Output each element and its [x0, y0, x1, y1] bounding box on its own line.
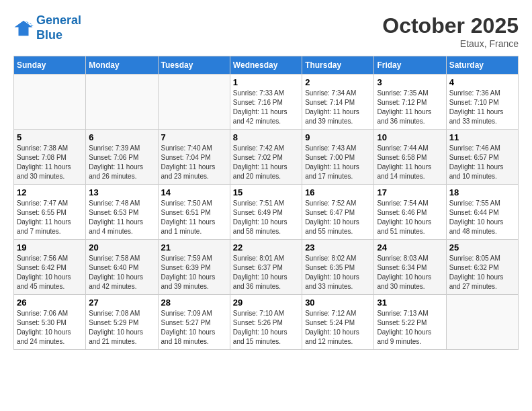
day-info: Sunrise: 7:50 AMSunset: 6:51 PMDaylight:…: [161, 199, 227, 236]
day-number: 7: [161, 132, 227, 142]
calendar-cell: 30Sunrise: 7:12 AMSunset: 5:24 PMDayligh…: [302, 295, 374, 350]
day-info: Sunrise: 7:33 AMSunset: 7:16 PMDaylight:…: [233, 89, 299, 126]
day-info: Sunrise: 7:43 AMSunset: 7:00 PMDaylight:…: [305, 144, 371, 181]
day-info: Sunrise: 7:40 AMSunset: 7:04 PMDaylight:…: [161, 144, 227, 181]
calendar-cell: 16Sunrise: 7:52 AMSunset: 6:47 PMDayligh…: [302, 185, 374, 240]
day-number: 19: [17, 242, 83, 253]
day-info: Sunrise: 7:13 AMSunset: 5:22 PMDaylight:…: [377, 309, 443, 347]
calendar-cell: 24Sunrise: 8:03 AMSunset: 6:34 PMDayligh…: [374, 240, 446, 295]
day-info: Sunrise: 7:54 AMSunset: 6:46 PMDaylight:…: [377, 199, 443, 236]
calendar-week-row: 1Sunrise: 7:33 AMSunset: 7:16 PMDaylight…: [14, 75, 519, 130]
calendar-cell: 20Sunrise: 7:58 AMSunset: 6:40 PMDayligh…: [86, 240, 158, 295]
day-number: 11: [449, 132, 515, 142]
day-info: Sunrise: 7:46 AMSunset: 6:57 PMDaylight:…: [449, 144, 515, 181]
weekday-header: Wednesday: [230, 56, 302, 75]
day-number: 23: [305, 242, 371, 253]
day-number: 21: [161, 242, 227, 253]
day-info: Sunrise: 7:39 AMSunset: 7:06 PMDaylight:…: [89, 144, 154, 181]
day-info: Sunrise: 8:03 AMSunset: 6:34 PMDaylight:…: [377, 254, 443, 291]
calendar-cell: 23Sunrise: 8:02 AMSunset: 6:35 PMDayligh…: [302, 240, 374, 295]
day-number: 14: [161, 187, 227, 197]
calendar-cell: 22Sunrise: 8:01 AMSunset: 6:37 PMDayligh…: [230, 240, 302, 295]
day-number: 30: [305, 298, 371, 308]
day-number: 27: [89, 298, 154, 308]
day-number: 5: [17, 132, 83, 142]
day-number: 25: [449, 242, 515, 253]
weekday-header: Friday: [374, 56, 446, 75]
day-number: 13: [89, 187, 154, 197]
calendar-cell: [14, 75, 86, 130]
calendar-cell: 31Sunrise: 7:13 AMSunset: 5:22 PMDayligh…: [374, 295, 446, 350]
weekday-header: Saturday: [446, 56, 518, 75]
calendar-cell: 26Sunrise: 7:06 AMSunset: 5:30 PMDayligh…: [14, 295, 86, 350]
day-number: 24: [377, 242, 443, 253]
page-header: General Blue October 2025 Etaux, France: [13, 13, 519, 49]
day-number: 16: [305, 187, 371, 197]
day-info: Sunrise: 7:36 AMSunset: 7:10 PMDaylight:…: [449, 89, 515, 126]
calendar-cell: 1Sunrise: 7:33 AMSunset: 7:16 PMDaylight…: [230, 75, 302, 130]
day-number: 29: [233, 298, 299, 308]
calendar-cell: 14Sunrise: 7:50 AMSunset: 6:51 PMDayligh…: [158, 185, 230, 240]
weekday-header: Tuesday: [158, 56, 230, 75]
day-number: 10: [377, 132, 443, 142]
calendar-cell: 27Sunrise: 7:08 AMSunset: 5:29 PMDayligh…: [86, 295, 158, 350]
calendar-cell: 13Sunrise: 7:48 AMSunset: 6:53 PMDayligh…: [86, 185, 158, 240]
logo-icon: [13, 18, 34, 38]
day-info: Sunrise: 7:06 AMSunset: 5:30 PMDaylight:…: [17, 309, 83, 347]
title-block: October 2025 Etaux, France: [382, 13, 519, 49]
calendar-cell: 21Sunrise: 7:59 AMSunset: 6:39 PMDayligh…: [158, 240, 230, 295]
day-number: 26: [17, 298, 83, 308]
day-info: Sunrise: 7:47 AMSunset: 6:55 PMDaylight:…: [17, 199, 83, 236]
day-info: Sunrise: 7:44 AMSunset: 6:58 PMDaylight:…: [377, 144, 443, 181]
calendar-cell: 8Sunrise: 7:42 AMSunset: 7:02 PMDaylight…: [230, 130, 302, 185]
day-number: 1: [233, 77, 299, 87]
day-info: Sunrise: 7:38 AMSunset: 7:08 PMDaylight:…: [17, 144, 83, 181]
day-number: 20: [89, 242, 154, 253]
calendar-cell: 10Sunrise: 7:44 AMSunset: 6:58 PMDayligh…: [374, 130, 446, 185]
calendar-cell: 11Sunrise: 7:46 AMSunset: 6:57 PMDayligh…: [446, 130, 518, 185]
calendar-cell: [158, 75, 230, 130]
calendar-cell: 18Sunrise: 7:55 AMSunset: 6:44 PMDayligh…: [446, 185, 518, 240]
day-number: 15: [233, 187, 299, 197]
calendar-cell: 12Sunrise: 7:47 AMSunset: 6:55 PMDayligh…: [14, 185, 86, 240]
day-info: Sunrise: 7:08 AMSunset: 5:29 PMDaylight:…: [89, 309, 154, 347]
day-number: 31: [377, 298, 443, 308]
day-number: 17: [377, 187, 443, 197]
calendar-cell: 9Sunrise: 7:43 AMSunset: 7:00 PMDaylight…: [302, 130, 374, 185]
calendar-cell: 19Sunrise: 7:56 AMSunset: 6:42 PMDayligh…: [14, 240, 86, 295]
day-number: 9: [305, 132, 371, 142]
location: Etaux, France: [382, 38, 519, 49]
day-info: Sunrise: 7:52 AMSunset: 6:47 PMDaylight:…: [305, 199, 371, 236]
day-info: Sunrise: 7:10 AMSunset: 5:26 PMDaylight:…: [233, 309, 299, 347]
day-number: 8: [233, 132, 299, 142]
logo-blue: Blue: [36, 28, 62, 42]
calendar-cell: [446, 295, 518, 350]
calendar-cell: 7Sunrise: 7:40 AMSunset: 7:04 PMDaylight…: [158, 130, 230, 185]
svg-marker-1: [15, 20, 33, 36]
day-info: Sunrise: 7:48 AMSunset: 6:53 PMDaylight:…: [89, 199, 154, 236]
day-info: Sunrise: 8:05 AMSunset: 6:32 PMDaylight:…: [449, 254, 515, 291]
calendar-table: SundayMondayTuesdayWednesdayThursdayFrid…: [13, 56, 519, 350]
day-number: 3: [377, 77, 443, 87]
calendar-cell: 17Sunrise: 7:54 AMSunset: 6:46 PMDayligh…: [374, 185, 446, 240]
calendar-week-row: 5Sunrise: 7:38 AMSunset: 7:08 PMDaylight…: [14, 130, 519, 185]
day-number: 2: [305, 77, 371, 87]
day-number: 6: [89, 132, 154, 142]
calendar-cell: [86, 75, 158, 130]
calendar-cell: 28Sunrise: 7:09 AMSunset: 5:27 PMDayligh…: [158, 295, 230, 350]
day-info: Sunrise: 7:51 AMSunset: 6:49 PMDaylight:…: [233, 199, 299, 236]
weekday-header: Monday: [86, 56, 158, 75]
day-info: Sunrise: 8:02 AMSunset: 6:35 PMDaylight:…: [305, 254, 371, 291]
weekday-header: Thursday: [302, 56, 374, 75]
month-title: October 2025: [382, 13, 519, 38]
calendar-week-row: 12Sunrise: 7:47 AMSunset: 6:55 PMDayligh…: [14, 185, 519, 240]
day-number: 22: [233, 242, 299, 253]
day-number: 28: [161, 298, 227, 308]
calendar-cell: 4Sunrise: 7:36 AMSunset: 7:10 PMDaylight…: [446, 75, 518, 130]
day-info: Sunrise: 7:58 AMSunset: 6:40 PMDaylight:…: [89, 254, 154, 291]
calendar-cell: 5Sunrise: 7:38 AMSunset: 7:08 PMDaylight…: [14, 130, 86, 185]
day-info: Sunrise: 7:34 AMSunset: 7:14 PMDaylight:…: [305, 89, 371, 126]
day-number: 12: [17, 187, 83, 197]
calendar-week-row: 26Sunrise: 7:06 AMSunset: 5:30 PMDayligh…: [14, 295, 519, 350]
calendar-cell: 15Sunrise: 7:51 AMSunset: 6:49 PMDayligh…: [230, 185, 302, 240]
